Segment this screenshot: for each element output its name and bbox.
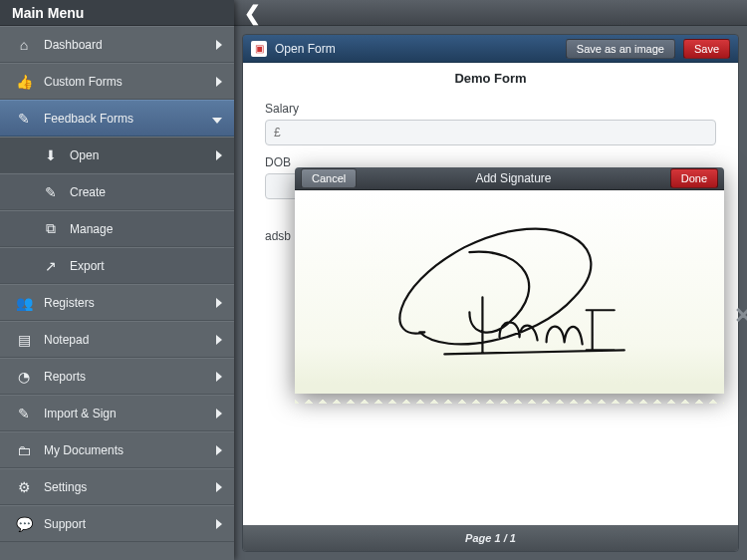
chat-icon: 💬 (12, 516, 36, 532)
open-form-title: Open Form (275, 42, 558, 56)
signature-zigzag-edge (295, 384, 724, 394)
chevron-right-icon (216, 442, 222, 458)
sidebar-subitem-export[interactable]: ↗ Export (0, 247, 234, 284)
download-icon: ⬇ (40, 147, 62, 163)
sidebar-item-custom-forms[interactable]: 👍 Custom Forms (0, 63, 234, 100)
main-menu: ⌂ Dashboard 👍 Custom Forms ✎ Feedback Fo… (0, 26, 234, 542)
chevron-right-icon (216, 74, 222, 90)
sidebar-item-label: Reports (44, 370, 216, 384)
copy-icon: ⧉ (40, 220, 62, 237)
sidebar-item-label: Settings (44, 480, 216, 494)
thumb-icon: 👍 (12, 74, 36, 90)
folder-icon: 🗀 (12, 442, 36, 458)
pie-icon: ◔ (12, 369, 36, 385)
salary-input[interactable] (265, 120, 716, 145)
sidebar-item-notepad[interactable]: ▤ Notepad (0, 321, 234, 358)
sidebar: Main Menu ⌂ Dashboard 👍 Custom Forms ✎ F… (0, 0, 234, 560)
gear-icon: ⚙ (12, 479, 36, 495)
chevron-right-icon (216, 147, 222, 163)
sidebar-item-feedback-forms[interactable]: ✎ Feedback Forms (0, 100, 234, 137)
notepad-icon: ▤ (12, 332, 36, 348)
form-header: ▣ Open Form Save as an image Save (243, 35, 738, 63)
app-root: Main Menu ⌂ Dashboard 👍 Custom Forms ✎ F… (0, 0, 747, 560)
people-icon: 👥 (12, 295, 36, 311)
sidebar-item-support[interactable]: 💬 Support (0, 505, 234, 542)
sidebar-item-label: Support (44, 517, 216, 531)
sidebar-item-label: Import & Sign (44, 407, 216, 420)
share-icon: ↗ (40, 258, 62, 274)
chevron-right-icon (216, 369, 222, 385)
sidebar-title: Main Menu (0, 0, 234, 26)
sidebar-item-label: Open (70, 148, 216, 162)
sidebar-item-my-documents[interactable]: 🗀 My Documents (0, 431, 234, 468)
sidebar-item-label: My Documents (44, 443, 216, 457)
signature-canvas[interactable] (295, 190, 724, 384)
sidebar-item-label: Notepad (44, 333, 216, 347)
sidebar-item-reports[interactable]: ◔ Reports (0, 358, 234, 395)
sidebar-item-label: Export (70, 259, 222, 273)
import-icon: ✎ (12, 406, 36, 421)
chevron-right-icon (216, 332, 222, 348)
sidebar-subitem-create[interactable]: ✎ Create (0, 173, 234, 210)
chevron-right-icon (216, 295, 222, 311)
sidebar-subitem-open[interactable]: ⬇ Open (0, 137, 234, 173)
sidebar-item-label: Registers (44, 296, 216, 310)
edit-icon: ✎ (40, 184, 62, 200)
sidebar-item-settings[interactable]: ⚙ Settings (0, 468, 234, 505)
sidebar-item-label: Manage (70, 222, 222, 236)
form-footer: Page 1 / 1 (243, 525, 738, 551)
signature-drawing (295, 190, 724, 384)
chevron-right-icon (216, 406, 222, 421)
chevron-right-icon (216, 479, 222, 495)
chevron-right-icon (216, 516, 222, 532)
sidebar-item-registers[interactable]: 👥 Registers (0, 284, 234, 321)
done-button[interactable]: Done (670, 168, 718, 188)
sidebar-item-label: Create (70, 185, 222, 199)
form-title: Demo Form (243, 63, 738, 98)
sidebar-item-label: Dashboard (44, 38, 216, 52)
pencil-icon: ✎ (12, 111, 36, 127)
home-icon: ⌂ (12, 37, 36, 53)
sidebar-item-label: Custom Forms (44, 75, 216, 89)
close-icon[interactable]: ✕ (734, 303, 747, 329)
chevron-right-icon (216, 37, 222, 53)
sidebar-item-dashboard[interactable]: ⌂ Dashboard (0, 26, 234, 63)
back-button[interactable]: ❮ (244, 3, 261, 23)
signature-modal-title: Add Signature (357, 171, 669, 185)
save-button[interactable]: Save (683, 39, 730, 59)
topbar: ❮ (234, 0, 747, 26)
chevron-down-icon (212, 111, 222, 127)
cancel-button[interactable]: Cancel (301, 168, 357, 188)
salary-label: Salary (265, 102, 716, 116)
sidebar-subitem-manage[interactable]: ⧉ Manage (0, 210, 234, 247)
open-form-icon: ▣ (251, 41, 267, 57)
signature-modal-header: Cancel Add Signature Done (295, 167, 724, 190)
signature-modal: Cancel Add Signature Done ✕ (295, 167, 724, 394)
save-as-image-button[interactable]: Save as an image (566, 39, 675, 59)
sidebar-item-import-sign[interactable]: ✎ Import & Sign (0, 395, 234, 431)
sidebar-item-label: Feedback Forms (44, 112, 212, 126)
